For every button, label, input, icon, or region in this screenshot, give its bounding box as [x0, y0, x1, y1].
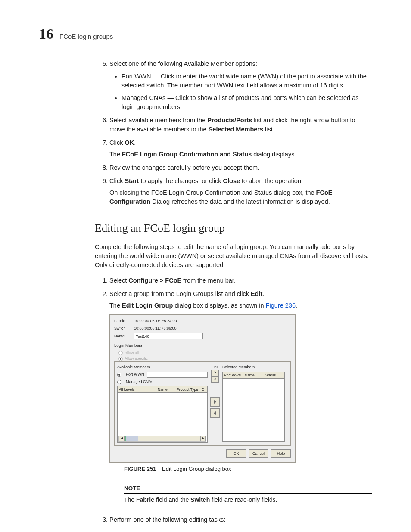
fabric-field: 10:00:00:05:1E:E5:24:00 [134, 318, 177, 324]
step-7-text: Click OK. [109, 139, 136, 146]
cancel-button[interactable]: Cancel [249, 449, 268, 458]
scroll-thumb[interactable] [125, 436, 138, 441]
option-managed-cnas: Managed CNAs — Click to show a list of p… [121, 93, 372, 112]
step-6-text: Select available members from the Produc… [109, 117, 355, 133]
switch-label: Switch [114, 326, 131, 331]
h-scrollbar[interactable]: ◂ ▸ [118, 436, 206, 442]
procedure-a: Select one of the following Available Me… [99, 59, 372, 206]
step-5-text: Select one of the following Available Me… [109, 60, 257, 67]
selected-list[interactable]: Port WWN Name Status [222, 372, 285, 442]
allow-specific-label: Allow specific [125, 356, 148, 361]
option-managed-cnas-text: Managed CNAs — Click to show a list of p… [121, 94, 358, 110]
move-left-button[interactable] [210, 408, 220, 418]
help-button[interactable]: Help [271, 449, 291, 458]
step-6: Select available members from the Produc… [109, 116, 372, 134]
selected-members-label: Selected Members [222, 364, 285, 370]
step-b3: Perform one of the following editing tas… [109, 515, 372, 524]
chapter-number: 16 [39, 26, 53, 42]
col-all-levels[interactable]: All Levels [118, 386, 156, 392]
step-7: Click OK. The FCoE Login Group Confirmat… [109, 138, 372, 159]
scroll-right-icon[interactable]: ▸ [200, 436, 206, 441]
port-wwn-radio[interactable] [117, 373, 121, 377]
option-port-wwn-text: Port WWN — Click to enter the world wide… [121, 73, 367, 89]
scroll-left-icon[interactable]: ◂ [119, 436, 125, 441]
sel-col-name[interactable]: Name [243, 372, 264, 378]
chevron-right-icon [213, 400, 217, 404]
section-intro: Complete the following steps to edit the… [95, 243, 372, 270]
step-8-text: Review the changes carefully before you … [109, 164, 259, 171]
edit-login-group-dialog: Fabric 10:00:00:05:1E:E5:24:00 Switch 10… [109, 314, 296, 463]
step-b1: Select Configure > FCoE from the menu ba… [109, 276, 372, 285]
step-b1-text: Select Configure > FCoE from the menu ba… [109, 277, 236, 284]
col-c[interactable]: C [200, 386, 207, 392]
members-box: Available Members Port WWN Managed CNAs [114, 361, 291, 446]
step-b2-text: Select a group from the Login Groups lis… [109, 290, 264, 297]
move-right-button[interactable] [210, 397, 220, 407]
figure-caption: FIGURE 251 Edit Login Group dialog box [124, 465, 372, 473]
col-product-type[interactable]: Product Type [175, 386, 200, 392]
option-port-wwn: Port WWN — Click to enter the world wide… [121, 72, 372, 90]
ok-button[interactable]: OK [226, 449, 246, 458]
step-9-text: Click Start to apply the changes, or cli… [109, 177, 303, 184]
step-b3-text: Perform one of the following editing tas… [109, 516, 225, 523]
step-8: Review the changes carefully before you … [109, 163, 372, 172]
sel-col-portwwn[interactable]: Port WWN [223, 372, 243, 378]
name-label: Name [114, 333, 131, 339]
managed-cnas-label: Managed CNAs [126, 379, 153, 385]
allow-all-radio [118, 351, 123, 355]
step-5: Select one of the following Available Me… [109, 59, 372, 112]
running-title: FCoE login groups [59, 33, 113, 40]
figure-caption-text: Edit Login Group dialog box [162, 466, 231, 472]
fabric-label: Fabric [114, 318, 131, 324]
allow-specific-radio [118, 357, 123, 361]
available-members-label: Available Members [117, 364, 208, 370]
find-prev-button[interactable]: < [211, 376, 219, 383]
login-members-label: Login Members [114, 342, 291, 348]
step-b2-result: The Edit Login Group dialog box displays… [109, 301, 372, 310]
step-5-options: Port WWN — Click to enter the world wide… [111, 72, 372, 112]
page-body: Select one of the following Available Me… [95, 59, 372, 524]
note-body: The Fabric field and the Switch field ar… [124, 494, 372, 507]
managed-cnas-radio[interactable] [117, 380, 121, 384]
allow-all-label: Allow all [125, 351, 139, 355]
step-9: Click Start to apply the changes, or cli… [109, 177, 372, 206]
sel-col-status[interactable]: Status [264, 372, 284, 378]
figure-link[interactable]: Figure 236 [266, 302, 296, 309]
name-input[interactable]: Test140 [134, 333, 203, 339]
find-next-button[interactable]: > [211, 370, 219, 376]
section-heading: Editing an FCoE login group [95, 220, 372, 236]
step-7-result: The FCoE Login Group Confirmation and St… [109, 150, 372, 159]
port-wwn-input[interactable] [147, 372, 208, 378]
note-heading: NOTE [124, 483, 372, 494]
step-9-result: On closing the FCoE Login Group Confirma… [109, 188, 372, 206]
switch-field: 10:00:00:05:1E:76:86:00 [134, 326, 177, 331]
col-name[interactable]: Name [156, 386, 175, 392]
running-header: 16 FCoE login groups [39, 26, 372, 42]
figure-caption-lead: FIGURE 251 [124, 466, 156, 472]
step-b2: Select a group from the Login Groups lis… [109, 289, 372, 507]
procedure-b: Select Configure > FCoE from the menu ba… [99, 276, 372, 524]
find-label: Find [210, 364, 220, 370]
chevron-left-icon [213, 411, 217, 415]
note-block: NOTE The Fabric field and the Switch fie… [124, 483, 372, 507]
available-list[interactable]: All Levels Name Product Type C ◂ ▸ [117, 386, 208, 443]
port-wwn-label: Port WWN [126, 372, 144, 377]
